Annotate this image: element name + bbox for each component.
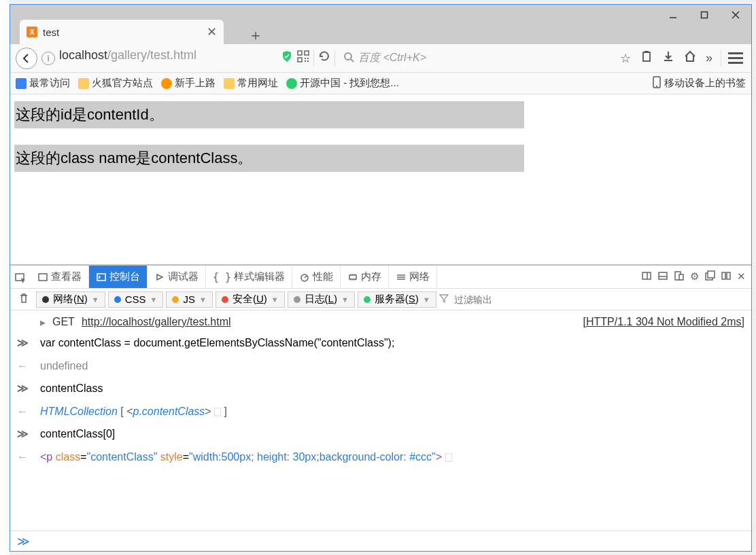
- tab-label: 性能: [313, 270, 333, 283]
- bookmark-label: 火狐官方站点: [92, 77, 153, 90]
- dock-side-icon[interactable]: [641, 270, 652, 283]
- input-arrow-icon: ≫: [17, 380, 31, 397]
- filter-js[interactable]: JS▼: [166, 291, 212, 308]
- bookmark-label: 最常访问: [29, 77, 70, 90]
- bookmark-label: 新手上路: [175, 77, 216, 90]
- tab-title: test: [43, 26, 201, 38]
- svg-rect-32: [642, 272, 651, 279]
- svg-point-16: [656, 86, 657, 87]
- bookmark-mobile[interactable]: 移动设备上的书签: [652, 76, 746, 90]
- svg-rect-7: [305, 58, 306, 59]
- svg-rect-19: [97, 274, 105, 281]
- bookmark-label: 移动设备上的书签: [664, 77, 746, 90]
- console-prompt[interactable]: ≫: [10, 531, 751, 551]
- tab-debugger[interactable]: 调试器: [148, 266, 206, 288]
- tab-label: 调试器: [168, 270, 199, 283]
- tab-console[interactable]: 控制台: [89, 266, 148, 288]
- filter-log[interactable]: 日志(L)▼: [288, 291, 355, 308]
- console-net-entry[interactable]: ▸ GET http://localhost/gallery/test.html…: [10, 313, 751, 332]
- folder-icon: [224, 78, 235, 89]
- url-input[interactable]: localhost/gallery/test.html: [59, 48, 277, 69]
- browser-window: X test ✕ ＋ i localhost/gallery/test.html: [10, 4, 752, 552]
- expand-icon[interactable]: ▸: [40, 316, 46, 329]
- tab-inspector[interactable]: 查看器: [31, 266, 89, 288]
- clear-console-icon[interactable]: [14, 293, 33, 306]
- reload-button[interactable]: [318, 50, 330, 66]
- dock-bottom-icon[interactable]: [657, 270, 668, 283]
- browser-tab[interactable]: X test ✕: [20, 20, 224, 44]
- settings-icon[interactable]: ⚙: [690, 270, 699, 283]
- bookmark-common-sites[interactable]: 常用网址: [224, 77, 278, 90]
- qr-icon[interactable]: [297, 50, 309, 66]
- bookmark-oschina[interactable]: 开源中国 - 找到您想...: [286, 77, 399, 90]
- output-arrow-icon: ←: [17, 403, 31, 420]
- tab-performance[interactable]: 性能: [292, 266, 341, 288]
- console-input-line: ≫ var contentClass = document.getElement…: [10, 332, 751, 355]
- console-text: undefined: [40, 357, 744, 375]
- split-icon[interactable]: [721, 270, 732, 283]
- overflow-icon[interactable]: »: [706, 51, 712, 65]
- clipboard-icon[interactable]: [640, 50, 653, 66]
- filter-input[interactable]: [451, 294, 747, 305]
- svg-rect-41: [727, 272, 730, 279]
- devtools-tabs: 查看器 控制台 调试器 { } 样式编辑器 性能 内存: [10, 266, 751, 289]
- star-icon[interactable]: ☆: [620, 51, 631, 66]
- svg-rect-37: [679, 274, 683, 280]
- svg-rect-5: [305, 51, 309, 55]
- svg-point-11: [345, 53, 351, 60]
- console-text: <p class="contentClass" style="width:500…: [40, 448, 744, 466]
- bookmark-label: 开源中国 - 找到您想...: [300, 77, 399, 90]
- bookmark-most-visited[interactable]: 最常访问: [16, 77, 70, 90]
- url-path: /gallery/test.html: [107, 48, 196, 62]
- bookmark-firefox-official[interactable]: 火狐官方站点: [78, 77, 153, 90]
- home-icon[interactable]: [684, 50, 696, 66]
- devtools: 查看器 控制台 调试器 { } 样式编辑器 性能 内存: [10, 264, 751, 551]
- console-input-line: ≫ contentClass: [10, 377, 751, 400]
- svg-rect-1: [702, 12, 708, 18]
- popout-icon[interactable]: [704, 270, 715, 283]
- svg-rect-39: [708, 271, 715, 278]
- minimize-button[interactable]: [657, 5, 689, 25]
- folder-icon: [78, 78, 89, 89]
- close-tab-icon[interactable]: ✕: [207, 24, 217, 39]
- svg-line-21: [305, 276, 307, 278]
- download-icon[interactable]: [662, 50, 674, 66]
- close-window-button[interactable]: [720, 5, 751, 25]
- menu-button[interactable]: [725, 48, 746, 69]
- tab-label: 查看器: [51, 270, 82, 283]
- svg-rect-10: [307, 60, 309, 62]
- mobile-icon: [652, 76, 662, 90]
- svg-rect-6: [298, 58, 302, 62]
- svg-rect-8: [307, 58, 309, 59]
- titlebar: X test ✕ ＋: [10, 5, 751, 44]
- request-url[interactable]: http://localhost/gallery/test.html: [82, 316, 231, 329]
- http-status: [HTTP/1.1 304 Not Modified 2ms]: [583, 316, 744, 329]
- console-output[interactable]: ▸ GET http://localhost/gallery/test.html…: [10, 310, 751, 531]
- tab-style-editor[interactable]: { } 样式编辑器: [206, 266, 292, 288]
- search-box[interactable]: 百度 <Ctrl+K>: [339, 48, 612, 69]
- most-visited-icon: [16, 78, 27, 89]
- site-info-icon[interactable]: i: [41, 52, 55, 65]
- new-tab-button[interactable]: ＋: [248, 25, 263, 46]
- bookmark-getting-started[interactable]: 新手上路: [161, 77, 216, 90]
- svg-rect-13: [643, 52, 650, 61]
- console-text: var contentClass = document.getElementsB…: [40, 334, 744, 352]
- bookmark-label: 常用网址: [237, 77, 278, 90]
- svg-rect-18: [39, 274, 47, 281]
- filter-css[interactable]: CSS▼: [108, 291, 164, 308]
- shield-icon[interactable]: [281, 50, 293, 66]
- tab-network[interactable]: 网络: [389, 266, 437, 288]
- element-picker-icon[interactable]: [10, 271, 31, 283]
- maximize-button[interactable]: [689, 5, 720, 25]
- console-output-line: ← <p class="contentClass" style="width:5…: [10, 446, 751, 469]
- tab-label: 样式编辑器: [234, 270, 285, 283]
- filter-security[interactable]: 安全(U)▼: [216, 291, 285, 308]
- close-devtools-icon[interactable]: ✕: [737, 270, 746, 283]
- tab-memory[interactable]: 内存: [341, 266, 389, 288]
- output-arrow-icon: ←: [17, 448, 31, 466]
- tab-label: 控制台: [109, 270, 140, 283]
- back-button[interactable]: [16, 48, 37, 69]
- filter-network[interactable]: 网络(N)▼: [36, 291, 105, 308]
- filter-server[interactable]: 服务器(S)▼: [358, 291, 436, 308]
- responsive-icon[interactable]: [674, 270, 685, 283]
